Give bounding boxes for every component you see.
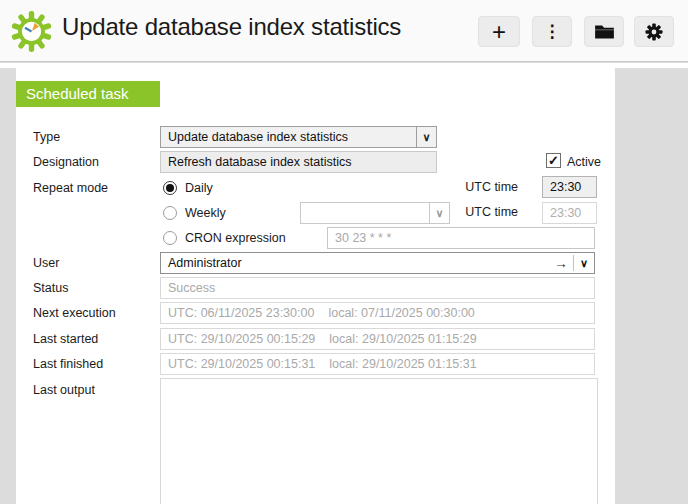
status-field: Success bbox=[160, 277, 595, 299]
next-execution-local: local: 07/11/2025 00:30:00 bbox=[328, 306, 474, 320]
goto-arrow-icon[interactable]: → bbox=[549, 253, 573, 273]
header-bar: Update database index statistics + ⋮ bbox=[0, 0, 688, 62]
type-label: Type bbox=[33, 130, 60, 144]
last-started-utc: UTC: 29/10/2025 00:15:29 bbox=[168, 332, 315, 346]
folder-icon bbox=[595, 24, 614, 39]
weekly-day-dropdown[interactable]: ∨ bbox=[300, 202, 450, 224]
cron-label: CRON expression bbox=[185, 231, 286, 245]
scheduled-task-panel: Scheduled task Type Update database inde… bbox=[16, 63, 615, 504]
active-label: Active bbox=[567, 155, 601, 169]
weekly-radio[interactable] bbox=[163, 206, 177, 220]
last-started-label: Last started bbox=[33, 332, 98, 346]
type-dropdown[interactable]: Update database index statistics ∨ bbox=[160, 126, 437, 148]
daily-radio[interactable] bbox=[163, 181, 177, 195]
more-button[interactable]: ⋮ bbox=[532, 16, 572, 47]
last-started-field: UTC: 29/10/2025 00:15:29local: 29/10/202… bbox=[160, 328, 595, 350]
plus-icon: + bbox=[492, 18, 506, 46]
cron-radio[interactable] bbox=[163, 231, 177, 245]
chevron-down-icon: ∨ bbox=[574, 253, 594, 273]
folder-button[interactable] bbox=[584, 16, 624, 47]
settings-button[interactable] bbox=[634, 16, 674, 47]
daily-label: Daily bbox=[185, 181, 213, 195]
cron-expression-input[interactable]: 30 23 * * * bbox=[327, 227, 595, 249]
user-value: Administrator bbox=[161, 253, 549, 273]
user-label: User bbox=[33, 256, 59, 270]
last-output-label: Last output bbox=[33, 383, 95, 397]
last-output-textarea[interactable] bbox=[160, 378, 598, 504]
weekly-utc-time-input[interactable]: 23:30 bbox=[542, 202, 597, 224]
weekly-label: Weekly bbox=[185, 206, 226, 220]
designation-input[interactable]: Refresh database index statistics bbox=[160, 151, 437, 173]
section-header: Scheduled task bbox=[16, 81, 160, 107]
check-icon: ✓ bbox=[547, 154, 560, 167]
last-finished-utc: UTC: 29/10/2025 00:15:31 bbox=[168, 357, 315, 371]
weekly-day-value bbox=[301, 203, 429, 223]
user-combobox[interactable]: Administrator → ∨ bbox=[160, 252, 595, 274]
next-execution-utc: UTC: 06/11/2025 23:30:00 bbox=[168, 306, 314, 320]
designation-label: Designation bbox=[33, 155, 99, 169]
next-execution-label: Next execution bbox=[33, 306, 116, 320]
repeat-mode-label: Repeat mode bbox=[33, 181, 108, 195]
last-finished-field: UTC: 29/10/2025 00:15:31local: 29/10/202… bbox=[160, 353, 595, 375]
type-value: Update database index statistics bbox=[161, 127, 416, 147]
chevron-down-icon: ∨ bbox=[416, 127, 436, 147]
active-checkbox[interactable]: ✓ bbox=[546, 153, 561, 168]
last-started-local: local: 29/10/2025 01:15:29 bbox=[329, 332, 476, 346]
daily-utc-time-label: UTC time bbox=[438, 180, 518, 194]
next-execution-field: UTC: 06/11/2025 23:30:00local: 07/11/202… bbox=[160, 302, 595, 324]
add-button[interactable]: + bbox=[478, 16, 520, 47]
status-label: Status bbox=[33, 281, 68, 295]
daily-utc-time-input[interactable]: 23:30 bbox=[542, 176, 597, 198]
last-finished-local: local: 29/10/2025 01:15:31 bbox=[329, 357, 476, 371]
last-finished-label: Last finished bbox=[33, 357, 103, 371]
app-gear-clock-icon bbox=[10, 10, 53, 53]
page-title: Update database index statistics bbox=[62, 13, 401, 41]
gear-icon bbox=[645, 23, 663, 41]
weekly-utc-time-label: UTC time bbox=[438, 205, 518, 219]
vertical-ellipsis-icon: ⋮ bbox=[544, 21, 561, 42]
